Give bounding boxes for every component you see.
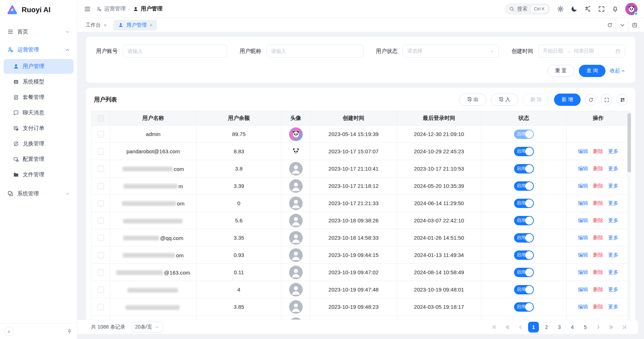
reset-button[interactable]: 重 置 [547,65,575,77]
page-next-button[interactable] [593,322,604,333]
breadcrumb-user-management[interactable]: 用户管理 [133,5,162,12]
status-toggle[interactable]: 启用 [514,147,534,156]
export-button[interactable]: 导 出 [459,94,486,106]
edit-link[interactable]: 编辑 [578,235,588,240]
sidebar-item-package-management[interactable]: 套餐管理 [4,90,73,105]
pin-sidebar-icon[interactable] [66,328,73,335]
page-2-button[interactable]: 2 [541,322,552,333]
brand-logo[interactable]: Ruoyi AI [0,0,77,19]
tabs-dropdown-button[interactable] [616,18,628,32]
delete-link[interactable]: 删除 [593,304,603,309]
theme-moon-icon[interactable] [571,5,578,13]
column-settings-button[interactable] [617,94,628,105]
page-prev-button[interactable] [515,322,526,333]
more-link[interactable]: 更多 [608,286,618,292]
sidebar-item-user-management[interactable]: 用户管理 [4,59,73,74]
page-last-button[interactable] [619,322,630,333]
status-toggle[interactable]: 启用 [514,130,534,139]
edit-link[interactable]: 编辑 [578,200,588,206]
status-toggle[interactable]: 启用 [514,268,534,277]
table-fullscreen-button[interactable] [601,94,612,105]
user-avatar[interactable] [625,3,638,15]
more-link[interactable]: 更多 [608,252,618,258]
more-link[interactable]: 更多 [608,269,618,275]
translate-icon[interactable]: 文A [584,5,591,13]
page-prev-group-button[interactable] [502,322,513,333]
edit-link[interactable]: 编辑 [578,183,588,189]
status-toggle[interactable]: 启用 [514,216,534,225]
delete-link[interactable]: 删除 [593,269,603,275]
refresh-tab-button[interactable] [604,18,616,32]
sidebar-item-system[interactable]: 系统管理 [4,186,73,202]
row-checkbox[interactable] [98,131,104,137]
row-checkbox[interactable] [98,269,104,276]
sidebar-item-redeem-management[interactable]: 兑换管理 [4,136,73,151]
settings-icon[interactable] [557,5,564,13]
status-toggle[interactable]: 启用 [514,181,534,191]
row-checkbox[interactable] [98,286,104,293]
page-1-button[interactable]: 1 [528,322,539,333]
row-checkbox[interactable] [98,252,104,258]
page-4-button[interactable]: 4 [567,322,578,333]
sidebar-item-file-management[interactable]: 文件管理 [4,167,73,182]
delete-link[interactable]: 删除 [593,148,603,154]
row-checkbox[interactable] [98,217,104,224]
edit-link[interactable]: 编辑 [578,304,588,309]
tab-user-management[interactable]: 用户管理× [113,20,157,31]
edit-link[interactable]: 编辑 [578,166,588,171]
global-search[interactable]: 搜索 Ctrl K [505,3,550,15]
page-first-button[interactable] [489,322,500,333]
table-scrollbar-thumb[interactable] [627,113,631,172]
row-checkbox[interactable] [98,148,104,155]
breadcrumb-operations[interactable]: 运营管理 [96,5,126,12]
sidebar-item-config-management[interactable]: 配置管理 [4,152,73,167]
status-toggle[interactable]: 启用 [514,250,534,260]
more-link[interactable]: 更多 [608,200,618,206]
status-toggle[interactable]: 启用 [514,199,534,208]
row-checkbox[interactable] [98,304,104,310]
more-link[interactable]: 更多 [608,235,618,240]
delete-link[interactable]: 删除 [593,200,603,206]
status-toggle[interactable]: 启用 [514,233,534,243]
edit-link[interactable]: 编辑 [578,286,588,292]
nickname-input[interactable] [266,45,364,58]
notifications-icon[interactable] [612,5,619,13]
created-daterange-picker[interactable]: 开始日期 → 结束日期 [538,45,625,58]
more-link[interactable]: 更多 [608,304,618,309]
sidebar-item-chat-messages[interactable]: 聊天消息 [4,105,73,120]
row-checkbox[interactable] [98,166,104,172]
status-toggle[interactable]: 启用 [514,320,534,320]
delete-button[interactable]: 删 除 [522,94,550,106]
more-link[interactable]: 更多 [608,183,618,189]
import-button[interactable]: 导 入 [491,94,518,106]
row-checkbox[interactable] [98,200,104,207]
edit-link[interactable]: 编辑 [578,148,588,154]
edit-link[interactable]: 编辑 [578,217,588,223]
more-link[interactable]: 更多 [608,166,618,171]
status-toggle[interactable]: 启用 [514,302,534,312]
status-select[interactable]: 请选择 [402,45,499,58]
more-link[interactable]: 更多 [608,217,618,223]
page-size-select[interactable]: 20条/页 [131,322,163,333]
page-3-button[interactable]: 3 [554,322,565,333]
add-button[interactable]: 新 增 [554,94,581,106]
refresh-table-button[interactable] [585,94,596,105]
query-button[interactable]: 查 询 [579,65,605,77]
status-toggle[interactable]: 启用 [514,164,534,173]
row-checkbox[interactable] [98,235,104,241]
account-input[interactable] [123,45,227,58]
sidebar-item-payment-orders[interactable]: 支付订单 [4,121,73,136]
close-tab-icon[interactable]: × [149,23,152,28]
collapse-filters-link[interactable]: 收起 [610,68,625,74]
delete-link[interactable]: 删除 [593,166,603,171]
sidebar-item-home[interactable]: 首页 [4,24,73,40]
delete-link[interactable]: 删除 [593,286,603,292]
edit-link[interactable]: 编辑 [578,252,588,258]
delete-link[interactable]: 删除 [593,183,603,189]
delete-link[interactable]: 删除 [593,217,603,223]
delete-link[interactable]: 删除 [593,235,603,240]
close-tab-icon[interactable]: × [104,23,107,28]
page-next-group-button[interactable] [606,322,617,333]
more-link[interactable]: 更多 [608,148,618,154]
fullscreen-icon[interactable] [598,5,605,13]
